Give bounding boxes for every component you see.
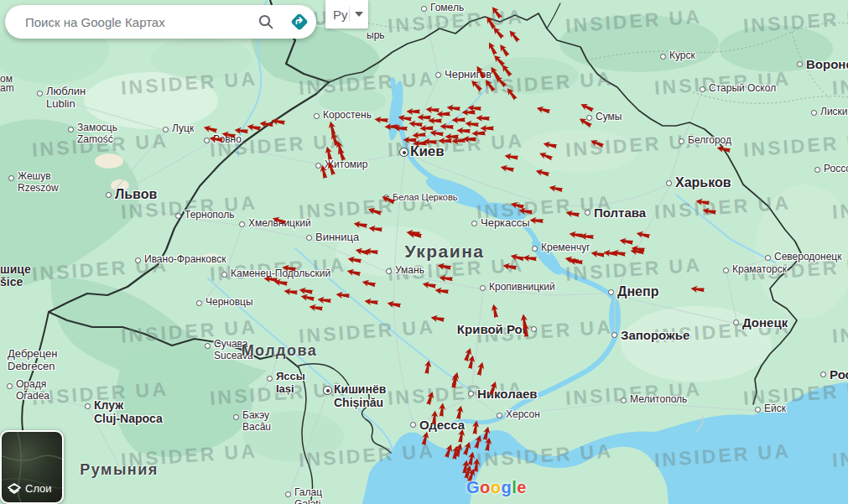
google-logo-letter: o <box>491 478 502 496</box>
google-logo[interactable]: Google <box>466 478 527 497</box>
divider <box>349 7 350 22</box>
map-canvas[interactable]: INSIDER UAINSIDER UAINSIDER UAINSIDER UA… <box>0 0 848 504</box>
google-logo-letter: o <box>480 478 491 496</box>
layers-label: Слои <box>25 482 52 495</box>
layers-icon <box>8 483 21 495</box>
google-logo-letter: G <box>466 478 480 496</box>
search-bar <box>5 5 316 39</box>
map-terrain <box>0 0 848 504</box>
chevron-down-icon[interactable] <box>355 12 363 17</box>
google-logo-letter: g <box>502 478 512 496</box>
search-input[interactable] <box>23 14 249 30</box>
directions-icon[interactable] <box>283 5 316 39</box>
layers-button[interactable]: Слои <box>0 430 64 504</box>
lang-button[interactable]: Ру <box>333 8 349 22</box>
search-icon[interactable] <box>249 5 283 39</box>
lang-panel: Ру <box>325 0 368 29</box>
google-logo-letter: e <box>517 478 527 496</box>
